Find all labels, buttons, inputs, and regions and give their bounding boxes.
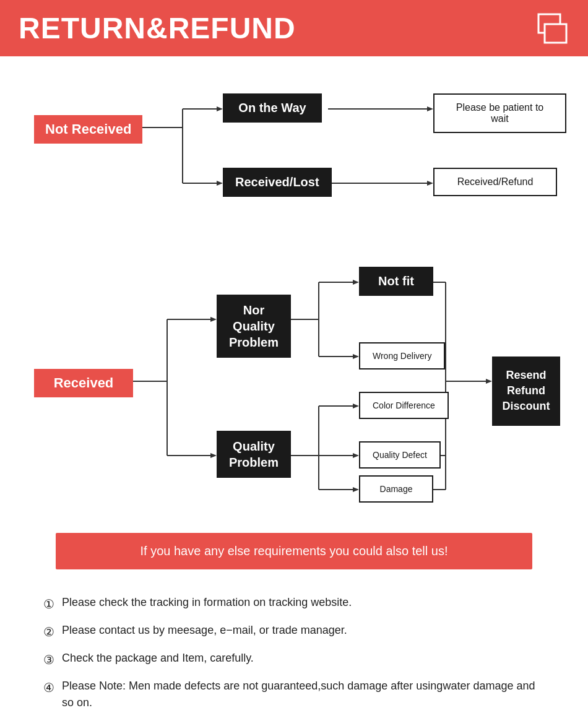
list-item: ② Please contact us by meesage, e−mail, … (43, 622, 545, 641)
numbered-list: ① Please check the tracking in formation… (19, 588, 569, 726)
list-item: ④ Please Note: Men made defects are not … (43, 678, 545, 711)
quality-defect-box: Quality Defect (359, 441, 441, 469)
svg-marker-7 (217, 181, 223, 186)
svg-marker-27 (353, 404, 359, 408)
received-box: Received (34, 369, 133, 397)
svg-marker-15 (210, 317, 217, 322)
page-title: RETURN&REFUND (19, 11, 296, 45)
section-received: Received Nor Quality Problem Quality Pro… (22, 248, 566, 514)
svg-marker-23 (353, 354, 359, 359)
received-refund-box: Received/Refund (433, 168, 557, 196)
main-content: Not Received On the Way Please be patien… (0, 56, 588, 726)
svg-marker-31 (353, 487, 359, 492)
svg-marker-29 (353, 453, 359, 458)
not-received-box: Not Received (34, 115, 142, 144)
list-text-2: Please contact us by meesage, e−mail, or… (62, 622, 347, 639)
svg-marker-9 (427, 106, 433, 111)
list-item: ③ Check the package and Item, carefully. (43, 650, 545, 669)
list-text-4: Please Note: Men made defects are not gu… (62, 678, 545, 711)
wrong-delivery-box: Wrong Delivery (359, 342, 445, 369)
svg-marker-39 (486, 379, 492, 384)
svg-marker-17 (210, 453, 217, 458)
svg-marker-5 (217, 106, 223, 111)
list-text-3: Check the package and Item, carefully. (62, 650, 254, 667)
flowchart-top: Not Received On the Way Please be patien… (22, 75, 566, 514)
nor-quality-box: Nor Quality Problem (217, 295, 291, 358)
svg-marker-21 (353, 280, 359, 285)
svg-rect-1 (545, 24, 566, 43)
quality-problem-box: Quality Problem (217, 431, 291, 478)
list-num-2: ② (43, 623, 54, 641)
header: RETURN&REFUND (0, 0, 588, 56)
color-difference-box: Color Difference (359, 392, 449, 419)
list-num-1: ① (43, 595, 54, 613)
not-fit-box: Not fit (359, 267, 433, 296)
list-num-3: ③ (43, 650, 54, 669)
list-item: ① Please check the tracking in formation… (43, 594, 545, 613)
svg-marker-11 (427, 181, 433, 186)
header-icon (532, 13, 569, 44)
on-the-way-box: On the Way (223, 93, 322, 123)
list-text-1: Please check the tracking in formation o… (62, 594, 352, 611)
section-not-received: Not Received On the Way Please be patien… (22, 75, 566, 217)
list-num-4: ④ (43, 678, 54, 697)
resend-refund-box: Resend Refund Discount (492, 357, 560, 426)
received-lost-box: Received/Lost (223, 168, 332, 197)
notice-banner: If you have any else requirements you co… (56, 533, 532, 569)
please-wait-box: Please be patient to wait (433, 93, 566, 133)
damage-box: Damage (359, 475, 433, 503)
